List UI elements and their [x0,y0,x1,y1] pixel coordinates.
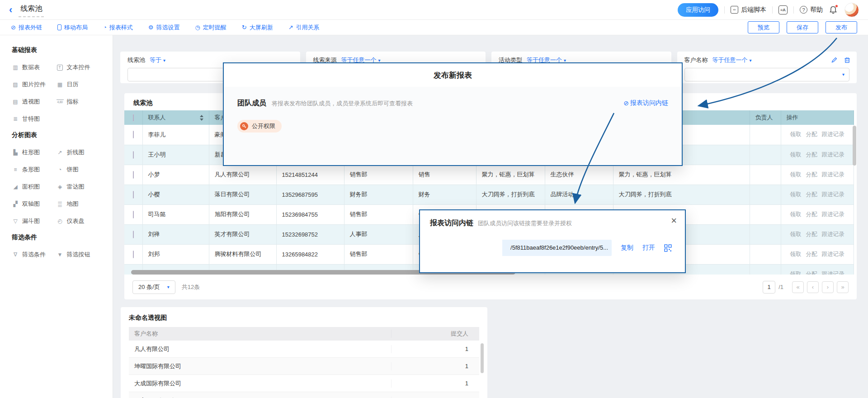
report-url-field[interactable]: /5f811baeaf8f26e1e2f90eeb/entry/5... [430,240,612,256]
first-page-button[interactable]: « [792,281,804,293]
clock-icon: ◷ [195,24,200,30]
sidebar-item-area-chart[interactable]: ◢面积图 [12,183,57,191]
claim-link[interactable]: 领取 [790,131,802,137]
sidebar-item-column-chart[interactable]: ▙柱形图 [12,148,57,156]
app-access-button[interactable]: 应用访问 [678,3,718,17]
sidebar-item-dual-axis-chart[interactable]: ▞双轴图 [12,200,57,208]
help-button[interactable]: ? 帮助 [800,6,823,14]
sidebar-item-data-table[interactable]: ▥数据表 [12,63,57,71]
preview-button[interactable]: 预览 [748,21,779,33]
qr-code-icon[interactable] [664,244,672,252]
sidebar-item-filter-condition[interactable]: ∇筛选条件 [12,251,57,259]
claim-link[interactable]: 领取 [790,251,802,257]
claim-link[interactable]: 领取 [790,231,802,237]
claim-link[interactable]: 领取 [790,191,802,198]
sidebar-item-calendar[interactable]: ▦日历 [57,81,101,89]
row-checkbox[interactable] [133,211,134,218]
filter-select[interactable]: ▾ [684,68,850,81]
gear-icon: ⚙ [148,24,154,30]
sidebar-item-filter-button[interactable]: ▼筛选按钮 [57,251,101,259]
assign-link[interactable]: 分配 [806,131,817,137]
sidebar-item-radar-chart[interactable]: ◈雷达图 [57,183,101,191]
last-page-button[interactable]: » [837,281,849,293]
current-page-box[interactable]: 1 [763,281,775,294]
next-page-button[interactable]: › [822,281,834,293]
open-button[interactable]: 打开 [642,244,655,252]
prev-page-button[interactable]: ‹ [807,281,819,293]
code-icon: ‹› [731,6,738,14]
table-row: 小樱落日有限公司13529687595财务部财务大刀阔斧，打折到底品牌活动大刀阔… [124,185,854,204]
sidebar-item-funnel-chart[interactable]: ▽漏斗图 [12,217,57,225]
sidebar-item-map[interactable]: ▒地图 [57,200,101,208]
sidebar-item-image-widget[interactable]: ▨图片控件 [12,81,57,89]
page-size-select[interactable]: 20 条/页▾ [132,280,175,294]
assign-link[interactable]: 分配 [806,191,817,198]
filter-operator[interactable]: 等于▾ [150,56,165,64]
row-checkbox[interactable] [133,251,134,258]
toolbar-item-report-style[interactable]: ◔ 报表样式 [103,24,133,32]
claim-link[interactable]: 领取 [790,211,802,218]
row-checkbox[interactable] [133,171,134,179]
followup-link[interactable]: 跟进记录 [822,251,844,257]
edit-pencil-icon[interactable] [831,57,838,63]
report-link-popup: × 报表访问内链 团队成员访问该链接需要登录并授权 /5f811baeaf8f2… [419,209,686,273]
toolbar-item-screen-refresh[interactable]: ↻ 大屏刷新 [242,24,273,32]
trash-icon[interactable] [844,57,850,63]
sidebar-item-pie-chart[interactable]: ◔饼图 [57,166,101,174]
pivot-scrollbar[interactable] [481,343,484,373]
filter-operator[interactable]: 等于任意一个▾ [712,56,752,64]
avatar[interactable] [844,3,859,17]
pivot-col-header: 提交人 [392,330,479,338]
toolbar-item-reference-relation[interactable]: ↗ 引用关系 [288,24,320,32]
sidebar-item-metric[interactable]: 4,80指标 [57,98,101,106]
sort-icon[interactable] [200,115,203,121]
assign-link[interactable]: 分配 [806,251,817,257]
sidebar-item-bar-chart[interactable]: ≡条形图 [12,166,57,174]
sidebar-item-gauge[interactable]: ◴仪表盘 [57,217,101,225]
claim-link[interactable]: 领取 [790,271,802,275]
filter-card-customer-name[interactable]: 客户名称 等于任意一个▾ ▾ [677,52,857,83]
mobile-icon [57,24,61,30]
row-checkbox[interactable] [133,231,134,238]
sidebar-item-pivot[interactable]: ▤透视图 [12,98,57,106]
public-permission-tag[interactable]: 公开权限 [237,120,282,133]
row-checkbox[interactable] [133,131,134,138]
item-label: 图片控件 [22,81,46,89]
row-checkbox[interactable] [133,151,134,159]
sidebar-item-text-widget[interactable]: T文本控件 [57,63,101,71]
followup-link[interactable]: 跟进记录 [822,152,844,158]
followup-link[interactable]: 跟进记录 [822,171,844,178]
backend-script-button[interactable]: ‹› 后端脚本 [731,6,766,14]
followup-link[interactable]: 跟进记录 [822,271,844,275]
toolbar-item-external-link[interactable]: ⊘ 报表外链 [11,24,42,32]
assign-link[interactable]: 分配 [806,231,817,237]
select-all-checkbox[interactable] [133,114,134,122]
assign-link[interactable]: 分配 [806,171,817,178]
column-header: 操作 [787,114,798,121]
sidebar-item-line-chart[interactable]: ↗折线图 [57,148,101,156]
toolbar-item-filter-settings[interactable]: ⚙ 筛选设置 [148,24,180,32]
row-checkbox[interactable] [133,191,134,199]
back-icon[interactable]: ‹ [9,5,12,15]
vertical-scrollbar[interactable] [853,126,856,166]
copy-button[interactable]: 复制 [621,244,633,252]
followup-link[interactable]: 跟进记录 [822,211,844,218]
close-icon[interactable]: × [671,215,677,227]
assign-link[interactable]: 分配 [806,271,817,275]
followup-link[interactable]: 跟进记录 [822,191,844,198]
translate-icon[interactable]: ≡A [778,5,788,14]
claim-link[interactable]: 领取 [790,171,802,178]
sidebar-item-gantt[interactable]: ≣甘特图 [12,115,57,123]
report-internal-link[interactable]: ⊘报表访问内链 [623,99,668,107]
pivot-card: 未命名透视图 客户名称 提交人 凡人有限公司1 坤曜国际有限公司1 大成国际有限… [121,307,487,398]
assign-link[interactable]: 分配 [806,211,817,218]
toolbar-item-mobile-layout[interactable]: 移动布局 [57,24,88,32]
toolbar-item-timed-reminder[interactable]: ◷ 定时提醒 [195,24,226,32]
followup-link[interactable]: 跟进记录 [822,231,844,237]
publish-button[interactable]: 发布 [826,21,857,33]
notification-bell-icon[interactable] [829,5,839,15]
assign-link[interactable]: 分配 [806,152,817,158]
save-button[interactable]: 保存 [787,21,818,33]
followup-link[interactable]: 跟进记录 [822,131,844,137]
claim-link[interactable]: 领取 [790,152,802,158]
